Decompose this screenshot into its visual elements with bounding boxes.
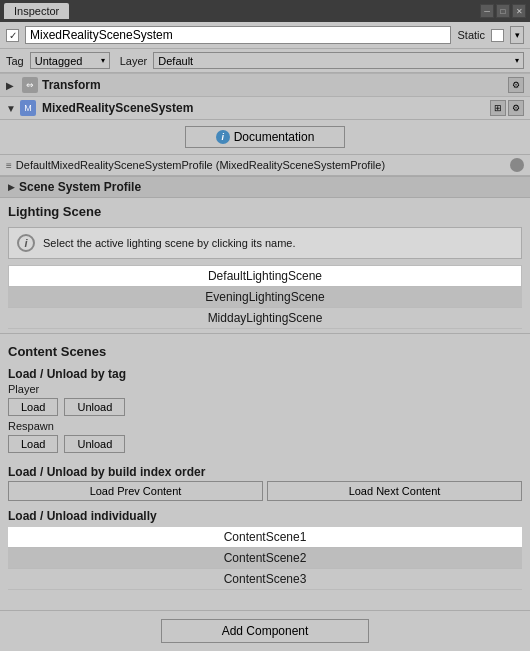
tag-layer-row: Tag Untagged ▾ Layer Default ▾ [0,49,530,73]
object-enabled-checkbox[interactable]: ✓ [6,29,19,42]
object-header: ✓ Static ▾ [0,22,530,49]
transform-component-header: ▶ ⇔ Transform ⚙ [0,73,530,97]
transform-controls: ⚙ [508,77,524,93]
transform-name: Transform [42,78,101,92]
content-scenes-title: Content Scenes [0,338,530,363]
mrs-controls: ⊞ ⚙ [490,100,524,116]
object-name-input[interactable] [25,26,451,44]
profile-target-icon[interactable] [510,158,524,172]
add-component-row: Add Component [0,610,530,651]
load-prev-button[interactable]: Load Prev Content [8,481,263,501]
content-scene-item-1[interactable]: ContentScene1 [8,527,522,548]
individually-label: Load / Unload individually [0,505,530,525]
content-scene-list: ContentScene1 ContentScene2 ContentScene… [8,527,522,590]
profile-row: ≡ DefaultMixedRealitySceneSystemProfile … [0,155,530,176]
transform-icon: ⇔ [22,77,38,93]
static-label: Static [457,29,485,41]
lighting-info-box: i Select the active lighting scene by cl… [8,227,522,259]
title-bar: Inspector ─ □ ✕ [0,0,530,22]
inspector-panel: ✓ Static ▾ Tag Untagged ▾ Layer Default … [0,22,530,651]
doc-icon: i [216,130,230,144]
profile-text: DefaultMixedRealitySceneSystemProfile (M… [16,159,510,171]
lighting-scene-title: Lighting Scene [0,198,530,223]
inspector-tab[interactable]: Inspector [4,3,69,19]
mrs-layout-icon[interactable]: ⊞ [490,100,506,116]
respawn-load-button[interactable]: Load [8,435,58,453]
divider-1 [0,333,530,334]
tag-arrow-icon: ▾ [101,56,105,65]
documentation-row: i Documentation [0,120,530,155]
tag-value: Untagged [35,55,83,67]
mrs-expand-icon[interactable]: ▼ [6,103,16,114]
mrs-component-icon: M [20,100,36,116]
window-controls: ─ □ ✕ [480,4,526,18]
static-dropdown[interactable]: ▾ [510,26,524,44]
lighting-scene-item-3[interactable]: MiddayLightingScene [8,308,522,329]
mrs-settings-icon[interactable]: ⚙ [508,100,524,116]
minimize-button[interactable]: ─ [480,4,494,18]
scene-system-profile-header[interactable]: ▶ Scene System Profile [0,176,530,198]
doc-button-label: Documentation [234,130,315,144]
player-btn-row: Load Unload [8,398,522,416]
mrs-component-name: MixedRealitySceneSystem [42,101,193,115]
close-button[interactable]: ✕ [512,4,526,18]
add-component-button[interactable]: Add Component [161,619,370,643]
player-sublabel: Player [8,383,522,395]
profile-list-icon: ≡ [6,160,12,171]
layer-label: Layer [120,55,148,67]
build-order-btn-row: Load Prev Content Load Next Content [0,481,530,505]
lighting-info-text: Select the active lighting scene by clic… [43,237,296,249]
tag-label: Tag [6,55,24,67]
maximize-button[interactable]: □ [496,4,510,18]
player-unload-button[interactable]: Unload [64,398,125,416]
load-by-tag-label: Load / Unload by tag [8,367,522,381]
lighting-scene-item-1[interactable]: DefaultLightingScene [8,265,522,287]
content-scene-item-3[interactable]: ContentScene3 [8,569,522,590]
checkbox-check-icon: ✓ [9,30,17,41]
info-icon: i [17,234,35,252]
section-expand-icon: ▶ [8,182,15,192]
transform-expand-icon[interactable]: ▶ [6,80,14,91]
transform-settings-icon[interactable]: ⚙ [508,77,524,93]
content-scene-item-2[interactable]: ContentScene2 [8,548,522,569]
layer-value: Default [158,55,193,67]
scene-system-profile-title: Scene System Profile [19,180,141,194]
layer-arrow-icon: ▾ [515,56,519,65]
load-by-tag-section: Load / Unload by tag Player Load Unload … [0,363,530,461]
load-next-button[interactable]: Load Next Content [267,481,522,501]
mrs-component-header: ▼ M MixedRealitySceneSystem ⊞ ⚙ [0,97,530,120]
lighting-scene-item-2[interactable]: EveningLightingScene [8,287,522,308]
layer-dropdown[interactable]: Default ▾ [153,52,524,69]
respawn-unload-button[interactable]: Unload [64,435,125,453]
content-area: Lighting Scene i Select the active light… [0,198,530,610]
static-checkbox[interactable] [491,29,504,42]
player-load-button[interactable]: Load [8,398,58,416]
lighting-scene-list: DefaultLightingScene EveningLightingScen… [8,265,522,329]
respawn-sublabel: Respawn [8,420,522,432]
documentation-button[interactable]: i Documentation [185,126,346,148]
build-order-label: Load / Unload by build index order [0,461,530,481]
tag-dropdown[interactable]: Untagged ▾ [30,52,110,69]
respawn-btn-row: Load Unload [8,435,522,453]
